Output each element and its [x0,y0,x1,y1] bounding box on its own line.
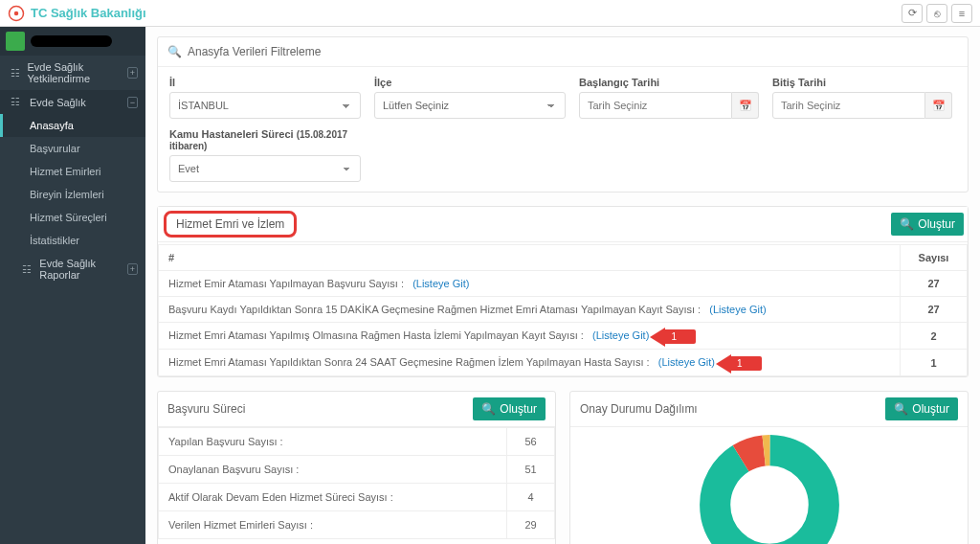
bitis-input[interactable] [772,92,925,119]
table-row: Hizmet Emri Ataması Yapıldıktan Sonra 24… [159,350,968,376]
il-select[interactable]: İSTANBUL [169,92,361,119]
listeye-git-link[interactable]: (Listeye Git) [658,356,715,368]
expand-icon: + [127,263,138,275]
sidebar-item-basvurular[interactable]: Başvurular [0,137,145,160]
refresh-button[interactable]: ⟳ [902,4,923,23]
sidebar-item-hizmet-surecleri[interactable]: Hizmet Süreçleri [0,206,145,229]
ilce-label: İlçe [374,77,566,88]
basvuru-title: Başvuru Süreci [167,402,245,416]
sidebar-item-bireyin-izlemleri[interactable]: Bireyin İzlemleri [0,183,145,206]
calendar-button[interactable]: 📅 [925,92,952,119]
avatar [6,32,25,51]
olustur-button[interactable]: 🔍 Oluştur [885,397,958,420]
col-hash: # [159,245,901,271]
filter-header: 🔍 Anasyfa Verileri Filtreleme [158,37,968,67]
baslangic-input[interactable] [579,92,732,119]
olustur-button[interactable]: 🔍 Oluştur [891,213,964,236]
collapse-icon: − [127,97,138,108]
menu-button[interactable]: ≡ [951,4,972,23]
col-sayisi: Sayısı [901,245,968,271]
kamu-label: Kamu Hastaneleri Süreci (15.08.2017 itib… [169,128,361,151]
sidebar-item-anasayfa[interactable]: Anasayfa [0,114,145,137]
onay-panel: Onay Durumu Dağılımı 🔍 Oluştur Karar Ver… [569,391,969,544]
username-redacted [31,35,112,47]
calendar-button[interactable]: 📅 [732,92,759,119]
basvuru-table: Yapılan Başvuru Sayısı :56Onaylanan Başv… [158,427,555,539]
brand-title: TC Sağlık Bakanlığı [31,6,146,20]
bitis-label: Bitiş Tarihi [772,77,952,88]
table-row: Aktif Olarak Devam Eden Hizmet Süreci Sa… [159,484,555,511]
listeye-git-link[interactable]: (Listeye Git) [709,304,766,315]
logo-icon [8,5,25,22]
user-row [0,27,145,56]
svg-point-1 [14,11,19,15]
donut-chart: Karar VerilmediOnaylandıReddedildi [570,427,968,544]
sidebar-item-evde-saglik[interactable]: ☷ Evde Sağlık − [0,90,145,114]
search-icon: 🔍 [167,45,182,58]
logout-button[interactable]: ⎋ [926,4,947,23]
table-row: Yapılan Başvuru Sayısı :56 [159,428,555,456]
hizmet-panel: Hizmet Emri ve İzlem 🔍 Oluştur # Sayısı … [157,206,969,377]
hizmet-title: Hizmet Emri ve İzlem [164,211,297,238]
listeye-git-link[interactable]: (Listeye Git) [412,278,469,289]
sidebar-item-raporlar[interactable]: ☷ Evde Sağlık Raporlar + [0,252,145,286]
sidebar: ☷ Evde Sağlık Yetkilendirme + ☷ Evde Sağ… [0,27,145,544]
calendar-icon: ☷ [11,67,21,79]
table-row: Hizmet Emir Ataması Yapılmayan Başvuru S… [159,271,968,297]
calendar-icon: ☷ [11,96,24,108]
table-row: Verilen Hizmet Emirleri Sayısı :29 [159,511,555,539]
olustur-button[interactable]: 🔍 Oluştur [473,397,546,420]
listeye-git-link[interactable]: (Listeye Git) [592,329,649,341]
sidebar-item-istatistikler[interactable]: İstatistikler [0,229,145,252]
hizmet-table: # Sayısı Hizmet Emir Ataması Yapılmayan … [158,244,968,376]
expand-icon: + [127,67,138,79]
arrow-annotation: 1 [729,357,762,369]
content: 🔍 Anasyfa Verileri Filtreleme İl İSTANBU… [145,27,980,544]
table-row: Başvuru Kaydı Yapıldıktan Sonra 15 DAKİK… [159,297,968,323]
arrow-annotation: 1 [663,330,696,342]
baslangic-label: Başlangıç Tarihi [579,77,759,88]
calendar-icon: ☷ [22,263,33,276]
sidebar-item-label: Evde Sağlık [30,97,86,108]
table-row: Hizmet Emri Ataması Yapılmış Olmasına Ra… [159,323,968,350]
table-row: Onaylanan Başvuru Sayısı :51 [159,456,555,484]
ilce-select[interactable]: Lütfen Seçiniz [374,92,566,119]
sidebar-item-hizmet-emirleri[interactable]: Hizmet Emirleri [0,160,145,183]
il-label: İl [169,77,361,88]
sidebar-item-label: Evde Sağlık Raporlar [39,258,126,281]
filter-panel: 🔍 Anasyfa Verileri Filtreleme İl İSTANBU… [157,36,969,193]
kamu-select[interactable]: Evet [169,155,361,182]
onay-title: Onay Durumu Dağılımı [580,402,698,416]
topbar: TC Sağlık Bakanlığı ⟳ ⎋ ≡ [0,0,980,27]
basvuru-panel: Başvuru Süreci 🔍 Oluştur Yapılan Başvuru… [157,391,556,544]
sidebar-item-yetkilendirme[interactable]: ☷ Evde Sağlık Yetkilendirme + [0,56,145,90]
sidebar-item-label: Evde Sağlık Yetkilendirme [27,61,126,84]
